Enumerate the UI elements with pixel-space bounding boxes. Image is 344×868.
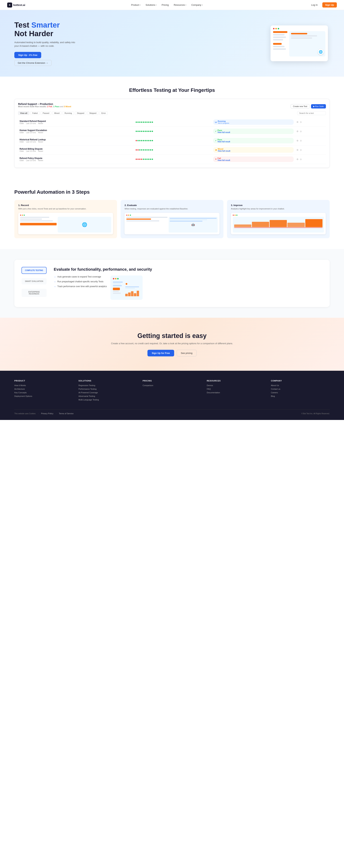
footer-link[interactable]: Regression Testing: [79, 384, 137, 386]
filter-failed[interactable]: Failed: [30, 111, 39, 115]
footer-link[interactable]: How it Works: [14, 384, 73, 386]
eval-sidebar-item[interactable]: SMART EVALUATION: [22, 278, 47, 284]
footer-link[interactable]: Adversarial Testing: [79, 395, 137, 397]
table-row: Standard Refund Request Older Last 10 ru…: [18, 118, 326, 127]
footer-column: RESOURCESDemosFAQDocumentation: [207, 380, 265, 402]
hero-title: Test Smarter Not Harder: [14, 21, 79, 38]
last10-label: Last 10 runs: [26, 141, 36, 143]
footer-link[interactable]: Careers: [271, 392, 330, 394]
footer-link[interactable]: Contact us: [271, 388, 330, 390]
view-result-link[interactable]: View full result: [218, 141, 230, 143]
footer-link[interactable]: Multi-Language Testing: [79, 399, 137, 401]
status-dot: [146, 140, 148, 141]
more-icon[interactable]: ⊙: [300, 158, 302, 161]
eval-sidebar-item[interactable]: COMPLETE TESTING: [22, 267, 47, 274]
test-meta: Older Last 10 runs Newer: [20, 131, 133, 133]
settings-icon[interactable]: ⚙: [296, 149, 298, 151]
footer-link[interactable]: Architecture: [14, 388, 73, 390]
footer-link[interactable]: AI-Powered Coverage: [79, 392, 137, 394]
view-result-link[interactable]: View full result: [218, 131, 230, 133]
table-row: Refund Policy Dispute Older Last 10 runs…: [18, 155, 326, 164]
privacy-link[interactable]: Privacy Policy: [41, 412, 53, 414]
logo[interactable]: B bottest.ai: [7, 2, 25, 7]
status-dot: [141, 122, 142, 123]
nav-company[interactable]: Company ▾: [191, 4, 203, 6]
hero-title-end: Not Harder: [14, 29, 53, 38]
footer-link[interactable]: Comparison: [143, 384, 201, 386]
hero-chrome-button[interactable]: Get the Chrome Extension →: [14, 60, 52, 66]
filter-skipped[interactable]: Skipped: [87, 111, 98, 115]
signup-button[interactable]: Sign Up: [322, 2, 337, 7]
status-dot: [137, 149, 139, 151]
footer-link[interactable]: About Us: [271, 384, 330, 386]
status-dot: [146, 159, 148, 160]
search-input[interactable]: [297, 111, 326, 115]
nav-product[interactable]: Product ▾: [131, 4, 141, 6]
dots-cell: [134, 145, 212, 155]
footer-link[interactable]: Blog: [271, 395, 330, 397]
status-sub: Test In progress: [218, 122, 229, 124]
status-dot: [145, 122, 146, 123]
dots-row: [136, 159, 210, 160]
eval-sidebar-item[interactable]: ENTERPRISE READINESS: [22, 289, 47, 297]
more-icon[interactable]: ⊙: [300, 149, 302, 151]
footer-link[interactable]: Key Concepts: [14, 392, 73, 394]
footer-bottom: This website uses Cookies · Privacy Poli…: [14, 409, 330, 414]
cta-title: Getting started is easy: [14, 332, 330, 340]
nav-pricing[interactable]: Pricing: [162, 4, 169, 6]
nav-resources[interactable]: Resources ▾: [174, 4, 186, 6]
create-test-button[interactable]: Create new Test: [291, 104, 309, 108]
settings-icon[interactable]: ⚙: [296, 121, 298, 123]
filter-view-all[interactable]: View all: [18, 111, 29, 115]
footer-column: PRODUCTHow it WorksArchitectureKey Conce…: [14, 380, 73, 402]
table-row: Human Support Escalation Older Last 10 r…: [18, 127, 326, 136]
steps-section: Powerful Automation in 3 Steps 1. Record…: [0, 179, 344, 249]
filter-mixed[interactable]: Mixed: [52, 111, 61, 115]
nav-solutions[interactable]: Solutions ▾: [146, 4, 156, 6]
more-icon[interactable]: ⊙: [300, 121, 302, 123]
status-dot: [145, 149, 146, 151]
dot-red: [273, 28, 275, 29]
test-name: Refund Billing Dispute: [20, 148, 133, 150]
settings-icon[interactable]: ⚙: [296, 130, 298, 133]
chevron-down-icon: ▾: [202, 4, 203, 6]
filter-passed[interactable]: Passed: [41, 111, 51, 115]
footer-link[interactable]: Documentation: [207, 392, 265, 394]
settings-icon[interactable]: ⚙: [296, 140, 298, 142]
more-icon[interactable]: ⊙: [300, 140, 302, 142]
chevron-down-icon: ▾: [140, 4, 141, 6]
older-label: Older: [20, 141, 24, 143]
status-badge: ✕ FailView full result: [213, 156, 294, 162]
last10-label: Last 10 runs: [26, 159, 36, 161]
hero-signup-button[interactable]: Sign Up - it's free: [14, 52, 41, 58]
view-result-link[interactable]: View full result: [218, 150, 230, 152]
mixed-icon: ◑: [215, 149, 217, 151]
login-button[interactable]: Log In: [309, 2, 320, 7]
footer-link[interactable]: Deployment Options: [14, 395, 73, 397]
cookie-text: This website uses Cookies: [14, 413, 35, 414]
terms-link[interactable]: Terms of Service: [59, 412, 74, 414]
status-label: Pass: [218, 129, 230, 131]
filter-error[interactable]: Error: [99, 111, 108, 115]
chevron-down-icon: ▾: [156, 4, 156, 6]
last10-label: Last 10 runs: [26, 131, 36, 133]
footer-link[interactable]: Demos: [207, 384, 265, 386]
cta-signup-button[interactable]: Sign Up for Free: [147, 350, 174, 356]
filter-tabs: View all Failed Passed Mixed Running Sto…: [18, 111, 108, 115]
status-label: Running: [218, 120, 229, 122]
filter-running[interactable]: Running: [62, 111, 74, 115]
more-icon[interactable]: ⊙: [300, 130, 302, 133]
settings-icon[interactable]: ⚙: [296, 158, 298, 161]
run-suite-button[interactable]: ▶ Run Suite: [311, 104, 326, 108]
eval-feature-item: Run prepackaged chatbot-specific securit…: [54, 280, 107, 283]
view-result-link[interactable]: View full result: [218, 159, 230, 161]
footer-link[interactable]: Performance Testing: [79, 388, 137, 390]
cta-pricing-button[interactable]: See pricing: [177, 350, 197, 356]
dots-cell: [134, 136, 212, 145]
status-dot: [141, 131, 142, 132]
filter-stopped[interactable]: Stopped: [75, 111, 86, 115]
hero-mockup: 🌐: [270, 25, 328, 61]
hero-title-plain: Test: [14, 21, 31, 29]
newer-label: Newer: [38, 131, 44, 133]
footer-link[interactable]: FAQ: [207, 388, 265, 390]
